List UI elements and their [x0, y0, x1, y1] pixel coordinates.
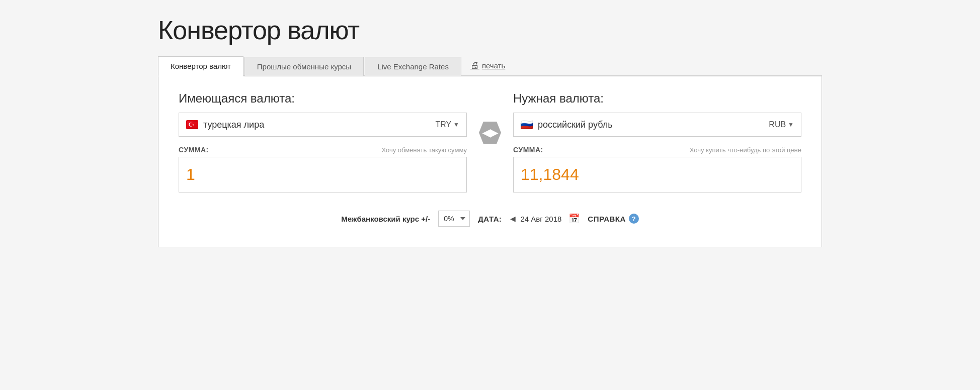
to-amount-section: СУММА: Хочу купить что-нибудь по этой це…	[513, 146, 801, 192]
content-panel: Имеющаяся валюта: 🇹🇷 турецкая лира TRY ▼…	[158, 76, 822, 247]
to-amount-input[interactable]: 11,1844	[513, 157, 801, 192]
converter-row: Имеющаяся валюта: 🇹🇷 турецкая лира TRY ▼…	[179, 91, 801, 192]
calendar-icon[interactable]: 📅	[568, 213, 580, 224]
from-amount-label: СУММА:	[179, 146, 209, 154]
to-currency-name: российский рубль	[538, 120, 769, 130]
from-currency-dropdown-arrow: ▼	[453, 121, 459, 128]
from-amount-value: 1	[186, 165, 195, 184]
swap-button[interactable]: ◀▶	[479, 122, 501, 144]
print-label: печать	[482, 61, 505, 70]
to-currency-code: RUB	[769, 120, 786, 129]
from-currency-block: Имеющаяся валюта: 🇹🇷 турецкая лира TRY ▼…	[179, 91, 467, 192]
swap-button-wrapper: ◀▶	[467, 91, 513, 144]
help-section: СПРАВКА ?	[588, 214, 638, 224]
from-currency-code: TRY	[435, 120, 451, 129]
print-button[interactable]: 🖨 печать	[470, 60, 505, 71]
from-currency-label: Имеющаяся валюта:	[179, 91, 467, 106]
interbank-select[interactable]: 0% 1% 2% 3% 4% 5%	[438, 211, 470, 227]
to-amount-hint: Хочу купить что-нибудь по этой цене	[690, 146, 801, 154]
to-currency-block: Нужная валюта: 🇷🇺 российский рубль RUB ▼…	[513, 91, 801, 192]
date-label: ДАТА:	[478, 215, 502, 223]
tabs-bar: Конвертор валют Прошлые обменные курсы L…	[158, 55, 822, 76]
from-currency-flag: 🇹🇷	[186, 120, 198, 129]
date-nav: ◀ 24 Авг 2018 📅	[510, 213, 580, 224]
from-currency-selector[interactable]: 🇹🇷 турецкая лира TRY ▼	[179, 113, 467, 137]
tab-historical[interactable]: Прошлые обменные курсы	[244, 57, 364, 76]
help-info-icon[interactable]: ?	[629, 214, 639, 224]
tab-live[interactable]: Live Exchange Rates	[365, 57, 461, 76]
from-amount-input[interactable]: 1	[179, 157, 467, 192]
printer-icon: 🖨	[470, 60, 479, 71]
tab-converter[interactable]: Конвертор валют	[158, 56, 243, 76]
to-currency-dropdown-arrow: ▼	[788, 121, 794, 128]
date-value: 24 Авг 2018	[519, 215, 564, 223]
to-amount-value: 11,1844	[521, 165, 579, 184]
interbank-label: Межбанковский курс +/-	[341, 215, 430, 223]
date-prev-arrow[interactable]: ◀	[510, 215, 516, 223]
bottom-bar: Межбанковский курс +/- 0% 1% 2% 3% 4% 5%…	[179, 211, 801, 227]
to-currency-label: Нужная валюта:	[513, 91, 801, 106]
from-amount-header: СУММА: Хочу обменять такую сумму	[179, 146, 467, 154]
help-label: СПРАВКА	[588, 215, 625, 223]
from-amount-hint: Хочу обменять такую сумму	[381, 146, 467, 154]
to-currency-flag: 🇷🇺	[521, 120, 533, 129]
page-title: Конвертор валют	[158, 15, 822, 45]
to-amount-label: СУММА:	[513, 146, 543, 154]
swap-arrow-icon: ◀▶	[482, 127, 498, 139]
from-amount-section: СУММА: Хочу обменять такую сумму 1	[179, 146, 467, 192]
to-currency-selector[interactable]: 🇷🇺 российский рубль RUB ▼	[513, 113, 801, 137]
to-amount-header: СУММА: Хочу купить что-нибудь по этой це…	[513, 146, 801, 154]
from-currency-name: турецкая лира	[203, 120, 435, 130]
